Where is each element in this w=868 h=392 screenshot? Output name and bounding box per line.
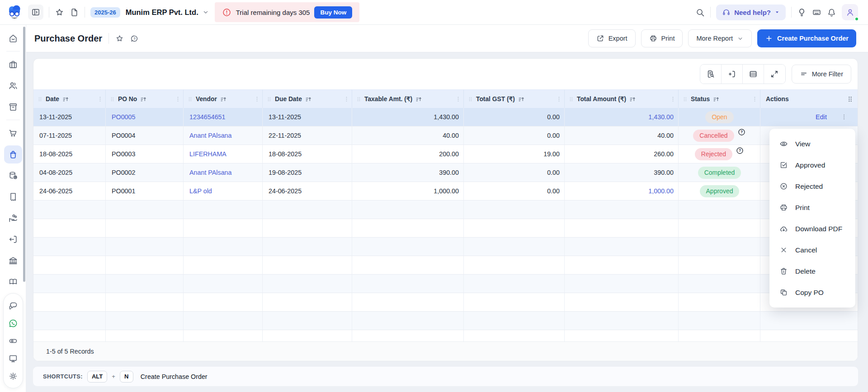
column-menu-icon[interactable] bbox=[175, 95, 181, 103]
drag-handle-icon[interactable] bbox=[266, 95, 273, 103]
menu-item-rejected[interactable]: Rejected bbox=[769, 176, 855, 197]
sort-icon[interactable] bbox=[415, 95, 423, 103]
menu-item-print[interactable]: Print bbox=[769, 197, 855, 218]
po-number-link[interactable]: PO0003 bbox=[112, 150, 135, 158]
column-menu-icon[interactable] bbox=[455, 95, 462, 103]
fiscal-year-badge[interactable]: 2025-26 bbox=[90, 7, 120, 18]
sidebar-item-shopping-bag[interactable] bbox=[4, 145, 22, 163]
drag-handle-icon[interactable] bbox=[568, 95, 575, 103]
menu-item-download-pdf[interactable]: Download PDF bbox=[769, 218, 855, 239]
vendor-link[interactable]: LIFERHAMA bbox=[189, 150, 226, 158]
column-menu-icon[interactable] bbox=[343, 95, 350, 103]
drag-handle-icon[interactable] bbox=[187, 95, 193, 103]
po-number-link[interactable]: PO0001 bbox=[112, 187, 135, 195]
drag-handle-icon[interactable] bbox=[37, 95, 43, 103]
sidebar-item-monitor[interactable] bbox=[5, 350, 21, 367]
more-report-button[interactable]: More Report bbox=[688, 29, 752, 47]
empty-cell bbox=[263, 312, 352, 330]
vendor-link[interactable]: 1234654651 bbox=[189, 113, 226, 121]
drag-handle-icon[interactable] bbox=[467, 95, 474, 103]
sidebar-item-bank[interactable] bbox=[4, 252, 22, 270]
table-row[interactable]: 18-08-2025PO0003LIFERHAMA18-08-2025200.0… bbox=[33, 145, 858, 163]
sidebar-item-cart[interactable] bbox=[4, 124, 22, 142]
sidebar-item-gear[interactable] bbox=[5, 368, 21, 384]
page-help-icon[interactable]: ? bbox=[130, 34, 139, 43]
sort-icon[interactable] bbox=[629, 95, 637, 103]
menu-item-cancel[interactable]: Cancel bbox=[769, 239, 855, 261]
sidebar-divider bbox=[6, 120, 20, 120]
keyboard-shortcuts-icon[interactable] bbox=[812, 8, 821, 17]
sort-icon[interactable] bbox=[712, 95, 720, 103]
sidebar-item-login-arrow[interactable] bbox=[4, 230, 22, 248]
edit-link[interactable]: Edit bbox=[816, 113, 827, 121]
sidebar-item-receipt[interactable] bbox=[4, 188, 22, 206]
column-settings-icon[interactable] bbox=[846, 95, 854, 103]
table-row[interactable]: 24-06-2025PO0001L&P old24-06-20251,000.0… bbox=[33, 182, 858, 201]
table-row[interactable]: 04-08-2025PO0002Anant PAlsana19-08-20253… bbox=[33, 163, 858, 182]
po-number-link[interactable]: PO0005 bbox=[112, 113, 135, 121]
sidebar-item-home[interactable] bbox=[4, 29, 22, 47]
sidebar-toggle-button[interactable] bbox=[28, 5, 43, 20]
print-button[interactable]: Print bbox=[641, 29, 683, 47]
row-density-button[interactable] bbox=[743, 65, 764, 84]
export-button[interactable]: Export bbox=[588, 29, 636, 47]
empty-cell bbox=[565, 275, 679, 293]
sort-icon[interactable] bbox=[62, 95, 70, 103]
sort-icon[interactable] bbox=[305, 95, 312, 103]
search-in-list-button[interactable] bbox=[700, 65, 722, 84]
company-selector[interactable]: Munim ERP Pvt. Ltd. bbox=[126, 8, 209, 17]
fullscreen-button[interactable] bbox=[764, 65, 785, 84]
create-purchase-order-button[interactable]: Create Purchase Order bbox=[757, 29, 856, 47]
user-profile-button[interactable] bbox=[842, 4, 858, 20]
column-menu-icon[interactable] bbox=[97, 95, 104, 103]
cell-total-amount: 1,430.00 bbox=[565, 108, 679, 126]
sidebar-item-open-book[interactable] bbox=[4, 273, 22, 291]
vendor-link[interactable]: L&P old bbox=[189, 187, 212, 195]
total-amount-value[interactable]: 1,430.00 bbox=[648, 113, 674, 121]
column-menu-icon[interactable] bbox=[254, 95, 260, 103]
sidebar-scrollbar[interactable] bbox=[23, 27, 25, 282]
vendor-link[interactable]: Anant PAlsana bbox=[189, 132, 232, 139]
new-document-icon[interactable] bbox=[70, 8, 79, 17]
sidebar-item-briefcase[interactable] bbox=[4, 56, 22, 74]
status-help-icon[interactable]: ? bbox=[736, 146, 744, 155]
column-menu-icon[interactable] bbox=[556, 95, 562, 103]
sidebar-item-toggle[interactable] bbox=[5, 333, 21, 349]
menu-item-approved[interactable]: Approved bbox=[769, 154, 855, 176]
sort-icon[interactable] bbox=[518, 95, 525, 103]
sidebar-item-hand-coins[interactable] bbox=[4, 209, 22, 227]
favorites-star-icon[interactable] bbox=[55, 8, 64, 17]
sidebar-item-chat[interactable] bbox=[5, 298, 21, 314]
table-row[interactable]: 07-11-2025PO0004Anant PAlsana22-11-20254… bbox=[33, 126, 858, 145]
column-menu-icon[interactable] bbox=[670, 95, 676, 103]
page-favorite-star-icon[interactable] bbox=[115, 34, 124, 43]
sidebar-item-users[interactable] bbox=[4, 77, 22, 95]
drag-handle-icon[interactable] bbox=[355, 95, 362, 103]
po-number-link[interactable]: PO0004 bbox=[112, 132, 135, 139]
sort-icon[interactable] bbox=[220, 95, 227, 103]
search-icon[interactable] bbox=[695, 8, 705, 17]
total-amount-value[interactable]: 1,000.00 bbox=[648, 187, 674, 195]
sidebar-item-archive-box[interactable] bbox=[4, 98, 22, 116]
buy-now-button[interactable]: Buy Now bbox=[314, 6, 352, 19]
column-menu-icon[interactable] bbox=[751, 95, 758, 103]
drag-handle-icon[interactable] bbox=[682, 95, 689, 103]
po-number-link[interactable]: PO0002 bbox=[112, 169, 135, 176]
status-help-icon[interactable]: ? bbox=[737, 128, 746, 136]
sidebar-item-database-sync[interactable] bbox=[4, 167, 22, 185]
empty-table-row bbox=[33, 275, 858, 293]
need-help-button[interactable]: Need help? bbox=[716, 5, 786, 20]
vendor-link[interactable]: Anant PAlsana bbox=[189, 169, 232, 176]
menu-item-delete[interactable]: Delete bbox=[769, 261, 855, 282]
menu-item-copy-po[interactable]: Copy PO bbox=[769, 282, 855, 303]
ideas-bulb-icon[interactable] bbox=[797, 8, 807, 17]
sidebar-item-whatsapp[interactable] bbox=[5, 315, 21, 331]
notifications-bell-icon[interactable] bbox=[827, 8, 836, 17]
add-column-button[interactable] bbox=[722, 65, 743, 84]
menu-item-view[interactable]: View bbox=[769, 133, 855, 154]
row-menu-icon[interactable] bbox=[840, 113, 848, 121]
drag-handle-icon[interactable] bbox=[109, 95, 116, 103]
sort-icon[interactable] bbox=[140, 95, 147, 103]
more-filter-button[interactable]: More Filter bbox=[792, 65, 851, 84]
table-row[interactable]: 13-11-2025PO0005123465465113-11-20251,43… bbox=[33, 108, 858, 126]
